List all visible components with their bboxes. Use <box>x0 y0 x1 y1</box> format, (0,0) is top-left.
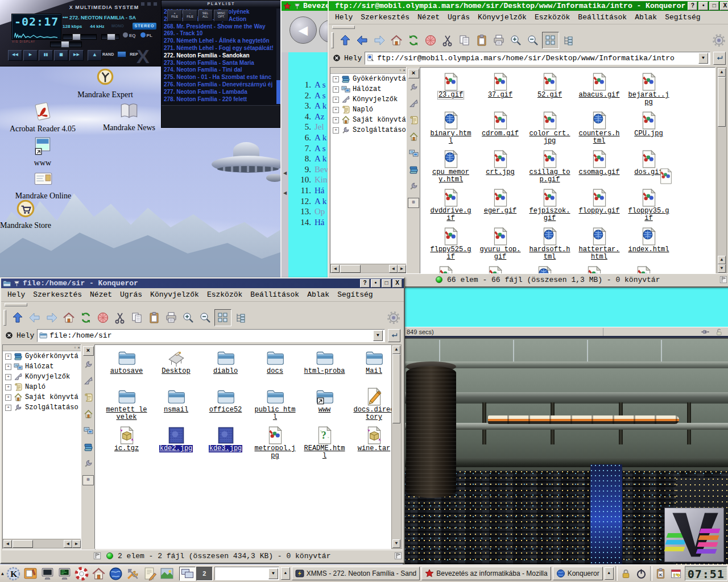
list-link[interactable]: Jel <box>315 122 324 132</box>
tree-item[interactable]: + Szolgáltatáso <box>330 125 407 135</box>
tree-item[interactable]: + Hálózat <box>3 361 81 372</box>
list-link[interactable]: Bev <box>315 164 328 175</box>
list-link[interactable]: A k <box>315 132 326 143</box>
playlist-button[interactable]: -FILE <box>183 10 197 22</box>
tree-item[interactable]: + Szolgáltatáso <box>3 402 81 413</box>
zoom-in-icon[interactable] <box>180 310 196 326</box>
list-link[interactable]: A k <box>315 101 326 111</box>
panel-launcher[interactable] <box>23 566 39 581</box>
forward-icon[interactable] <box>44 310 60 326</box>
file-item[interactable]: Desktop <box>151 348 201 387</box>
pin-icon[interactable] <box>293 2 301 10</box>
xmms-transport-button[interactable]: ▶ <box>23 50 38 61</box>
view-flag-icon[interactable] <box>718 276 728 284</box>
location-bar[interactable]: ftp://sir@mobil.olympia.mars/home/sir/De… <box>365 52 710 65</box>
file-label[interactable]: Mail <box>365 368 383 375</box>
list-link[interactable]: A k <box>315 196 326 207</box>
close-button[interactable]: X <box>720 2 728 10</box>
menu-item[interactable]: Segítség <box>661 13 704 22</box>
menu-item[interactable]: Ugrás <box>116 290 146 300</box>
playlist-entry[interactable]: 272. Neoton Família - Sandokan <box>164 52 275 60</box>
expander-icon[interactable]: + <box>333 97 339 103</box>
playlist-button[interactable]: MISCOPT. <box>214 10 229 22</box>
file-item[interactable]: hattertar.html <box>574 227 624 265</box>
sidebar-toggle-icon[interactable]: ⊞ <box>82 475 94 485</box>
forward-icon[interactable] <box>371 32 387 48</box>
xmms-balance-slider[interactable] <box>101 34 119 40</box>
help-button[interactable]: ? <box>360 279 370 288</box>
go-button[interactable] <box>713 52 726 65</box>
help-button[interactable]: ? <box>688 2 697 10</box>
xmms-track-title[interactable]: ••• 272. NEOTON FAMILIA - SA <box>63 15 155 20</box>
print-icon[interactable] <box>491 32 507 48</box>
desktop-icon[interactable]: Mandrake Online <box>6 168 80 201</box>
menu-item[interactable]: Hely <box>3 290 29 300</box>
file-label[interactable]: gyuru_top.gif <box>478 246 523 261</box>
taskbar-scroll-up[interactable]: ▲ <box>281 567 290 580</box>
playlist-entry[interactable]: 276. Neoton Família - Denevérszárnyú éj <box>164 81 275 89</box>
file-view-scrollbar[interactable]: ▲ ▲ ▼ <box>717 67 727 274</box>
toolbar-grip[interactable] <box>332 26 355 29</box>
xmms-shuffle-knob[interactable] <box>117 51 126 57</box>
expander-icon[interactable]: + <box>5 364 11 370</box>
expander-icon[interactable]: + <box>5 394 11 401</box>
sidebar-services-icon[interactable] <box>84 459 93 471</box>
xmms-time-display[interactable]: -02:17 <box>14 15 61 28</box>
file-item[interactable]: mentett_levelek <box>102 387 151 426</box>
maximize-button[interactable]: □ <box>382 279 391 288</box>
file-label[interactable]: cdrom.gif <box>481 130 519 138</box>
tree-view-icon[interactable] <box>560 32 576 48</box>
file-label[interactable]: hattertar.html <box>577 246 622 261</box>
xmms-rand-toggle[interactable]: RAND <box>102 52 114 56</box>
xmms-playlist-window[interactable]: PLAYLIST 266. Miklósa Erika - Fogolyének… <box>161 0 282 128</box>
file-label[interactable]: dvddrive.gif <box>428 207 474 222</box>
expander-icon[interactable]: + <box>333 107 339 113</box>
close-button[interactable]: X <box>392 279 402 288</box>
file-item[interactable]: docs.directory <box>349 387 392 426</box>
mozilla-back-button[interactable]: ◀ <box>289 16 317 44</box>
xmms-eq-button[interactable]: EQ <box>123 32 136 38</box>
file-label[interactable]: Desktop <box>161 368 191 375</box>
file-item[interactable]: floppy35.gif <box>624 188 673 227</box>
expander-icon[interactable]: + <box>333 76 339 82</box>
dock-close-button[interactable]: × <box>403 68 406 73</box>
file-label[interactable]: binary.html <box>428 130 474 145</box>
expander-icon[interactable]: + <box>333 86 339 93</box>
list-link[interactable]: Há <box>315 217 325 228</box>
file-label[interactable]: crt.jpg <box>485 169 515 176</box>
menu-item[interactable]: Könyvjelzők <box>474 13 531 22</box>
copy-icon[interactable] <box>129 310 145 326</box>
tree-item[interactable]: + Saját könyvtá <box>3 392 81 402</box>
file-label[interactable]: eger.gif <box>483 207 518 215</box>
pin-icon[interactable] <box>13 280 20 287</box>
file-item[interactable]: cpu_memory.html <box>426 149 475 188</box>
tree-item[interactable]: + Napló <box>3 382 81 392</box>
file-label[interactable]: ic.tgz <box>114 445 139 452</box>
home-icon[interactable] <box>61 310 77 326</box>
file-item[interactable]: cdrom.gif <box>475 111 525 149</box>
home-icon[interactable] <box>388 32 404 48</box>
expander-icon[interactable]: + <box>333 117 339 123</box>
go-button[interactable] <box>388 329 400 342</box>
menu-item[interactable]: Nézet <box>413 13 444 22</box>
location-bar[interactable]: file:/home/sir ▼ <box>37 329 385 342</box>
window-list-box[interactable]: ▼ <box>214 567 279 580</box>
file-item[interactable]: dvddrive.gif <box>426 188 475 227</box>
file-item[interactable]: diablo <box>201 348 250 387</box>
file-label[interactable]: cpu_memory.html <box>428 169 474 184</box>
sidebar-config-icon[interactable] <box>84 360 93 372</box>
playlist-entry[interactable]: 275. Neoton - 01 - Ha Szombat este tánc <box>164 74 275 81</box>
desktop-pager[interactable]: 2 <box>179 567 213 581</box>
titlebar[interactable]: ftp://sir@mobil.olympia.mars/home/sir/De… <box>329 1 728 11</box>
file-label[interactable]: csomag.gif <box>578 169 620 176</box>
menu-item[interactable]: Ablak <box>303 290 333 300</box>
dock-close-button[interactable]: × <box>77 346 80 350</box>
file-item[interactable]: floppy.gif <box>574 188 624 227</box>
file-item[interactable]: office52 <box>201 387 250 426</box>
expander-icon[interactable]: + <box>5 405 11 411</box>
minimize-button[interactable]: • <box>371 279 380 288</box>
expander-icon[interactable]: + <box>5 354 11 360</box>
taskbar-button[interactable]: Bevezetés az informatikába - Mozilla <box>421 567 551 580</box>
organizer-icon[interactable] <box>669 567 683 580</box>
file-label[interactable]: docs <box>266 368 284 375</box>
